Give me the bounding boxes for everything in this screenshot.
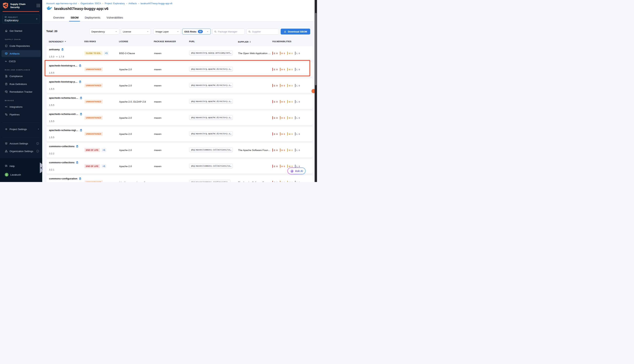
oss-risks-count-badge: 03 [198, 30, 203, 33]
tab-deployments[interactable]: Deployments [85, 14, 101, 22]
sidebar-item-remediation-tracker[interactable]: Remediation Tracker [0, 89, 42, 94]
sidebar-user[interactable]: L Lavakush [0, 172, 42, 178]
sidebar-item-integrations[interactable]: Integrations [0, 104, 42, 110]
sidebar-item-organization-settings[interactable]: Organization Settings i [0, 148, 42, 154]
clipboard-check-icon [5, 82, 8, 86]
purl-pill[interactable]: pkg:maven/org.apache.directory.s… [189, 83, 233, 88]
sidebar-item-rule-definitions[interactable]: Rule Definitions [0, 81, 42, 87]
risk-extra-chip[interactable]: +1 [102, 148, 106, 152]
table-row[interactable]: apacheds-schema-extr… 1.5.5 UNMAINTAINED… [46, 110, 313, 125]
sidebar-item-help[interactable]: Help [0, 163, 42, 169]
section-supply-chain: SUPPLY CHAIN [5, 38, 21, 40]
chevron-down-icon [177, 30, 179, 33]
chevron-right-icon [36, 18, 38, 21]
package-manager-search [212, 28, 245, 34]
table-row[interactable]: apacheds-schema-regi… 1.5.5 UNMAINTAINED… [46, 126, 313, 142]
table-row[interactable]: apacheds-schema-boo… 1.5.5 UNMAINTAINED … [46, 94, 313, 109]
accent-divider [3, 11, 39, 12]
low-bar [295, 52, 296, 55]
vulnerability-counts: C0 H0 M0 L0 [272, 68, 300, 71]
collapse-arrow-icon [40, 167, 42, 169]
layers-icon [79, 64, 82, 67]
project-selector[interactable]: PROJECT Exploratory [2, 14, 40, 24]
purl-pill[interactable]: pkg:maven/org.owasp.antisamy/ant… [189, 51, 233, 55]
table-row[interactable]: apacheds-bootstrap-p… 1.5.5 UNMAINTAINED… [46, 78, 313, 93]
license-cell: BSD-2-Clause [119, 52, 135, 55]
risk-extra-chip[interactable]: +1 [104, 51, 109, 55]
oss-risks-filter-select[interactable]: OSS Risks 03 [182, 28, 211, 34]
vulnerability-counts: C0 H0 M0 L0 [272, 132, 300, 136]
purl-pill[interactable]: pkg:maven/org.apache.directory.s… [189, 99, 233, 104]
purl-pill[interactable]: pkg:maven/commons-collections/co… [189, 164, 233, 168]
breadcrumb-account[interactable]: Account: app-harness-ng-cicd [46, 2, 77, 5]
sidebar: Supply Chain Security PROJECT Explorator… [0, 0, 42, 182]
table-row[interactable]: apacheds-bootstrap-e… 1.5.5 UNMAINTAINED… [46, 62, 313, 77]
integrations-icon [5, 105, 8, 108]
purl-pill[interactable]: pkg:maven/commons-collections/co… [189, 148, 233, 152]
license-filter-select[interactable]: License [121, 28, 151, 34]
table-row[interactable]: antisamy 1.5.31.7.8 CLOSE TO EOL+1 BSD-2… [46, 46, 313, 61]
code-repo-icon [5, 44, 8, 47]
table-row[interactable]: commons-configuration UNMAINTAINED http:… [46, 175, 313, 182]
risk-badge: UNMAINTAINED [85, 132, 103, 136]
purl-pill[interactable]: pkg:maven/org.apache.directory.s… [189, 131, 233, 136]
section-manage: MANAGE [5, 100, 14, 102]
harness-shield-logo [3, 2, 9, 10]
risk-extra-chip[interactable]: +1 [102, 164, 106, 168]
layers-icon [80, 129, 83, 132]
column-header-supplier[interactable]: SUPPLIER [238, 40, 251, 43]
supplier-search [247, 28, 279, 34]
content-area: Account: app-harness-ng-cicd Organizatio… [42, 0, 315, 182]
download-sbom-button[interactable]: Download SBOM [281, 28, 310, 34]
table-row[interactable]: commons-collections 3.2.2 END OF LIFE+1 … [46, 142, 313, 158]
title-row: lavakush07/easy-buggy-app:v6 [47, 6, 109, 11]
purl-pill[interactable]: pkg:maven/commons-configuratio… [189, 180, 231, 182]
sidebar-item-project-settings[interactable]: Project Settings [0, 126, 42, 132]
table-row[interactable]: commons-collections 3.2.1 END OF LIFE+1 … [46, 159, 313, 174]
purl-pill[interactable]: pkg:maven/org.apache.directory.s… [189, 67, 233, 71]
tab-vulnerabilities[interactable]: Vulnerabilities [106, 14, 124, 22]
package-manager-input[interactable] [218, 30, 243, 33]
breadcrumb-separator-icon [126, 2, 127, 5]
column-header-dependency[interactable]: DEPENDENCY [49, 40, 66, 43]
medium-bar [287, 52, 288, 55]
page-title: lavakush07/easy-buggy-app:v6 [54, 6, 109, 11]
scrollbar-thumb[interactable] [315, 13, 317, 85]
image-layer-filter-select[interactable]: Image Layer [154, 28, 181, 34]
breadcrumb-project[interactable]: Project: Exploratory [105, 2, 125, 5]
risk-badge: CLOSE TO EOL [85, 51, 103, 55]
column-header-license: LICENSE [119, 40, 128, 42]
section-risk-compliance: RISK AND COMPLIANCE [5, 69, 30, 71]
sidebar-item-compliance[interactable]: Compliance [0, 74, 42, 79]
tab-sbom[interactable]: SBOM [70, 14, 79, 22]
total-count: Total: 20 [46, 30, 58, 33]
tab-overview[interactable]: Overview [53, 14, 65, 22]
product-title: Supply Chain Security [10, 2, 26, 9]
sidebar-item-code-repositories[interactable]: Code Repositories [0, 43, 42, 48]
ask-ai-button[interactable]: Ask AI [287, 168, 306, 174]
breadcrumb-artifacts[interactable]: Artifacts [129, 2, 137, 5]
page-scrollbar[interactable] [315, 0, 317, 182]
chevron-down-icon [207, 30, 209, 33]
supplier-input[interactable] [252, 30, 277, 33]
upgrade-arrow-icon [56, 55, 58, 58]
license-cell: Apache-2.0 [119, 149, 132, 152]
info-icon[interactable]: i [36, 150, 39, 152]
download-icon [284, 30, 286, 33]
sidebar-item-get-started[interactable]: Get Started [0, 28, 42, 34]
sidebar-item-account-settings[interactable]: Account Settings i [0, 141, 42, 146]
purl-pill[interactable]: pkg:maven/org.apache.directory.s… [189, 115, 233, 120]
dependency-filter-select[interactable]: Dependency [89, 28, 119, 34]
sidebar-item-artifacts[interactable]: Artifacts [2, 50, 41, 57]
breadcrumb-current[interactable]: lavakush07/easy-buggy-app:v6 [141, 2, 172, 5]
home-icon [5, 29, 8, 32]
risk-badge: END OF LIFE [85, 164, 100, 168]
remediation-box-icon [5, 90, 8, 93]
breadcrumb-organization[interactable]: Organization: SSCA [80, 2, 101, 5]
sidebar-item-pipelines[interactable]: Pipelines [0, 112, 42, 117]
module-grid-icon[interactable] [37, 4, 40, 7]
license-cell: Apache-2.0 [119, 165, 132, 168]
sidebar-item-cicd[interactable]: ∞ CI/CD [0, 58, 42, 64]
project-label: PROJECT [8, 16, 18, 18]
info-icon[interactable]: i [36, 142, 39, 145]
